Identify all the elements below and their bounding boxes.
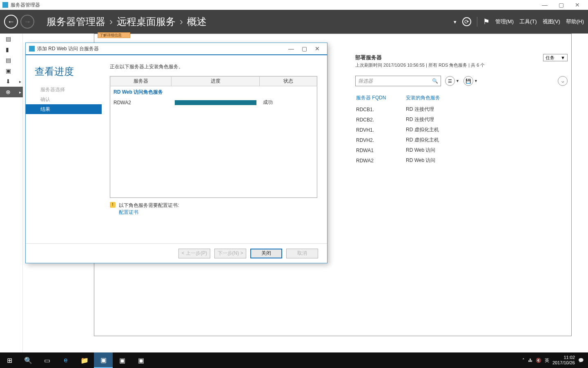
ime-indicator[interactable]: 英 (545, 357, 549, 364)
breadcrumb-root[interactable]: 服务器管理器 (47, 15, 105, 28)
menu-help[interactable]: 帮助(H) (566, 18, 584, 25)
taskbar-explorer-icon[interactable]: 📁 (75, 352, 94, 368)
icon-sidebar: ▤ ▮ ▤ ▣ ⬇▸ ⊗▸ (0, 34, 23, 352)
table-row[interactable]: RDVH1.RD 虚拟化主机 (356, 125, 443, 135)
prev-button: < 上一步(P) (178, 249, 210, 258)
col-fqdn[interactable]: 服务器 FQDN (356, 93, 405, 104)
configure-cert-link[interactable]: 配置证书 (119, 209, 179, 216)
clock-date: 2017/10/26 (552, 360, 575, 366)
warning-row: ! 以下角色服务需要配置证书: 配置证书 (110, 202, 317, 216)
col-status: 状态 (260, 76, 317, 86)
tasks-dropdown[interactable]: 任务 ▼ (543, 54, 568, 61)
tray-volume-icon[interactable]: 🔇 (536, 358, 541, 363)
system-tray: ˄ 🖧 🔇 英 11:02 2017/10/26 💬 (522, 355, 588, 365)
table-row[interactable]: RDVH2.RD 虚拟化主机 (356, 135, 443, 145)
dialog-title: 添加 RD Web 访问 台服务器 (37, 45, 99, 52)
taskbar-clock[interactable]: 11:02 2017/10/26 (552, 355, 575, 365)
deployment-servers-panel: 任务 ▼ 部署服务器 上次刷新时间 2017/10/26 10:56:55 | … (355, 54, 568, 166)
progress-bar (175, 100, 256, 105)
nav-back-button[interactable]: ← (4, 15, 18, 29)
wizard-footer: < 上一步(P) 下一步(N) > 关闭 取消 (26, 243, 327, 263)
window-minimize-button[interactable]: — (537, 2, 553, 8)
servers-table: 服务器 FQDN 安装的角色服务 RDCB1.RD 连接代理 RDCB2.RD … (355, 92, 444, 166)
filter-row: 筛选器 🔍 ☰▼ 💾▼ ⌵ (355, 76, 568, 86)
filter-input[interactable]: 筛选器 🔍 (355, 76, 441, 86)
start-button[interactable]: ⊞ (0, 352, 19, 368)
tray-up-icon[interactable]: ˄ (522, 358, 525, 363)
tray-network-icon[interactable]: 🖧 (528, 358, 532, 363)
sidebar-item-file[interactable]: ▣ (0, 65, 23, 76)
sidebar-item-rds[interactable]: ⊗▸ (0, 87, 23, 97)
sidebar-item-local[interactable]: ▮ (0, 44, 23, 55)
sidebar-item-dashboard[interactable]: ▤ (0, 34, 23, 44)
servers-icon: ▤ (6, 57, 11, 63)
taskbar-app-icon[interactable]: ▣ (131, 352, 150, 368)
flyout-icon: ▸ (19, 79, 21, 84)
row-status: 成功 (260, 97, 317, 108)
sidebar-item-iis[interactable]: ⬇▸ (0, 76, 23, 87)
search-icon[interactable]: 🔍 (432, 78, 438, 84)
progress-table: 服务器 进度 状态 RD Web 访问角色服务 RDWA2 成功 (110, 76, 317, 198)
iis-icon: ⬇ (6, 78, 11, 85)
taskview-button[interactable]: ▭ (38, 352, 56, 368)
group-heading: RD Web 访问角色服务 (110, 86, 317, 98)
wizard-steps: 服务器选择 确认 结果 (26, 55, 102, 243)
table-row[interactable]: RDCB2.RD 连接代理 (356, 115, 443, 124)
taskbar-search-button[interactable]: 🔍 (19, 352, 38, 368)
flyout-icon: ▸ (19, 90, 21, 94)
wizard-heading: 查看进度 (35, 65, 74, 78)
taskbar-app-icon[interactable]: ▣ (113, 352, 131, 368)
table-row[interactable]: RDCB1.RD 连接代理 (356, 105, 443, 114)
breadcrumb-sep-icon: › (180, 16, 183, 27)
warning-icon: ! (110, 202, 116, 208)
chevron-down-icon: ▼ (561, 55, 565, 60)
col-progress: 进度 (172, 76, 260, 86)
dialog-minimize-button[interactable]: — (285, 45, 298, 52)
progress-row: RDWA2 成功 (110, 97, 317, 108)
taskbar-ie-icon[interactable]: e (56, 352, 75, 368)
breadcrumb-section[interactable]: 远程桌面服务 (117, 15, 176, 28)
sidebar-item-all[interactable]: ▤ (0, 55, 23, 65)
tasks-label: 任务 (546, 55, 555, 61)
info-banner[interactable]: 了解详细信息 (98, 32, 130, 38)
dialog-maximize-button[interactable]: ▢ (298, 45, 311, 52)
navbar: ← → 服务器管理器 › 远程桌面服务 › 概述 ▾ ⟳ ⚑ 管理(M) 工具(… (0, 10, 588, 34)
rds-icon: ⊗ (6, 89, 11, 95)
menu-tools[interactable]: 工具(T) (519, 18, 537, 25)
warning-text: 以下角色服务需要配置证书: (119, 202, 179, 209)
window-close-button[interactable]: ✕ (569, 2, 586, 8)
nav-forward-button[interactable]: → (20, 15, 34, 29)
expand-button[interactable]: ⌵ (558, 76, 568, 86)
table-row[interactable]: RDWA2RD Web 访问 (356, 156, 443, 165)
col-server: 服务器 (110, 76, 172, 86)
window-maximize-button[interactable]: ▢ (553, 2, 569, 8)
menu-manage[interactable]: 管理(M) (495, 18, 514, 25)
dialog-close-button[interactable]: ✕ (311, 45, 324, 52)
chevron-down-icon[interactable]: ▼ (474, 79, 478, 83)
col-role[interactable]: 安装的角色服务 (406, 93, 443, 104)
action-center-icon[interactable]: 💬 (578, 358, 584, 363)
close-button[interactable]: 关闭 (250, 249, 282, 258)
storage-icon: ▣ (6, 67, 11, 74)
wizard-description: 正在以下服务器上安装角色服务。 (110, 63, 317, 70)
navbar-dropdown-icon[interactable]: ▾ (454, 19, 457, 25)
refresh-button[interactable]: ⟳ (462, 17, 471, 26)
chevron-down-icon[interactable]: ▼ (456, 79, 459, 83)
save-query-button[interactable]: 💾 (463, 76, 473, 86)
dialog-titlebar[interactable]: 添加 RD Web 访问 台服务器 — ▢ ✕ (26, 43, 327, 54)
breadcrumb-page[interactable]: 概述 (187, 15, 207, 28)
titlebar: 服务器管理器 — ▢ ✕ (0, 0, 588, 10)
step-confirm: 确认 (26, 94, 102, 104)
app-icon (2, 2, 8, 8)
dashboard-icon: ▤ (6, 36, 11, 42)
step-server-select: 服务器选择 (26, 85, 102, 94)
step-result[interactable]: 结果 (26, 104, 102, 114)
breadcrumb: 服务器管理器 › 远程桌面服务 › 概述 (47, 15, 207, 28)
notifications-flag-icon[interactable]: ⚑ (483, 17, 490, 26)
menu-view[interactable]: 视图(V) (543, 18, 560, 25)
table-row[interactable]: RDWA1RD Web 访问 (356, 146, 443, 155)
filter-options-button[interactable]: ☰ (445, 76, 455, 86)
server-icon: ▮ (6, 46, 9, 53)
taskbar-servermanager-icon[interactable]: ▣ (94, 352, 113, 368)
add-rdweb-wizard-dialog: 添加 RD Web 访问 台服务器 — ▢ ✕ 查看进度 服务器选择 确认 结果… (25, 43, 327, 263)
